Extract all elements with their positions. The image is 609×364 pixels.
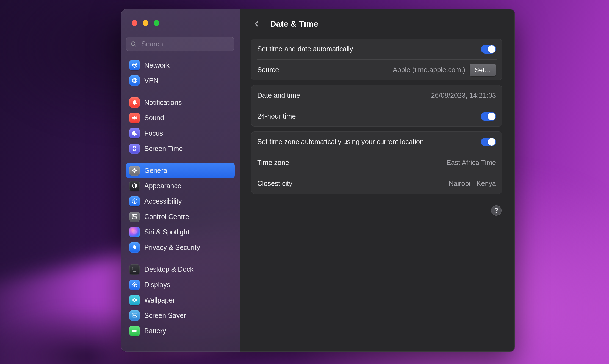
sidebar-item-label: Notifications <box>144 99 182 107</box>
timezone-row: Time zone East Africa Time <box>251 152 502 173</box>
sidebar-item-accessibility[interactable]: Accessibility <box>126 194 235 209</box>
network-icon <box>129 60 140 70</box>
sidebar-item-label: VPN <box>144 77 158 85</box>
settings-sidebar: Network VPN Notifications Sound <box>121 9 240 352</box>
sidebar-item-sound[interactable]: Sound <box>126 110 235 125</box>
closest-city-row: Closest city Nairobi - Kenya <box>251 173 502 194</box>
sidebar-item-appearance[interactable]: Appearance <box>126 178 235 194</box>
zoom-button[interactable] <box>154 20 159 26</box>
sidebar-item-label: Displays <box>144 281 170 289</box>
sidebar-item-label: Network <box>144 61 170 69</box>
auto-timezone-toggle[interactable] <box>481 138 496 146</box>
toggle-knob <box>488 138 495 146</box>
appearance-icon <box>129 181 140 191</box>
sidebar-item-desktop-dock[interactable]: Desktop & Dock <box>126 262 235 277</box>
sidebar-item-general[interactable]: General <box>126 163 235 178</box>
sidebar-item-label: Battery <box>144 327 166 335</box>
set-source-button[interactable]: Set… <box>470 64 496 76</box>
sidebar-item-label: Accessibility <box>144 197 182 205</box>
hour24-toggle[interactable] <box>481 112 496 121</box>
hour24-label: 24-hour time <box>257 112 296 120</box>
search-field[interactable] <box>126 37 234 51</box>
sidebar-item-label: Control Centre <box>144 213 189 221</box>
accessibility-icon <box>129 196 140 206</box>
sidebar-item-label: Desktop & Dock <box>144 265 193 273</box>
screen-saver-icon <box>129 310 140 321</box>
control-centre-icon <box>129 212 140 222</box>
sidebar-item-label: General <box>144 167 169 175</box>
sidebar-item-focus[interactable]: Focus <box>126 125 235 141</box>
close-button[interactable] <box>132 20 137 26</box>
closest-city-label: Closest city <box>257 180 292 187</box>
sidebar-item-label: Screen Time <box>144 145 183 153</box>
sidebar-item-network[interactable]: Network <box>126 57 235 73</box>
datetime-row: Date and time 26/08/2023, 14:21:03 <box>251 85 502 106</box>
datetime-value: 26/08/2023, 14:21:03 <box>431 91 496 99</box>
sidebar-item-privacy-security[interactable]: Privacy & Security <box>126 240 235 255</box>
auto-datetime-toggle[interactable] <box>481 45 496 54</box>
sidebar-item-wallpaper[interactable]: Wallpaper <box>126 292 235 308</box>
help-button[interactable]: ? <box>491 205 502 216</box>
sidebar-nav: Network VPN Notifications Sound <box>121 51 240 338</box>
system-settings-window: Network VPN Notifications Sound <box>121 9 515 352</box>
desktop-dock-icon <box>129 264 140 275</box>
sidebar-item-label: Sound <box>144 114 164 122</box>
sidebar-group-system: General Appearance Accessibility Control… <box>126 163 235 255</box>
source-label: Source <box>257 66 279 74</box>
pane-header: Date & Time <box>240 9 515 30</box>
timezone-label: Time zone <box>257 159 289 167</box>
auto-timezone-label: Set time zone automatically using your c… <box>257 138 424 146</box>
sidebar-item-notifications[interactable]: Notifications <box>126 95 235 110</box>
sidebar-item-label: Focus <box>144 129 163 137</box>
wallpaper-flower-icon <box>129 295 140 305</box>
sidebar-item-battery[interactable]: Battery <box>126 323 235 338</box>
sidebar-item-label: Appearance <box>144 182 181 190</box>
source-row: Source Apple (time.apple.com.) Set… <box>251 60 502 80</box>
sidebar-item-label: Privacy & Security <box>144 243 200 251</box>
sidebar-item-displays[interactable]: Displays <box>126 277 235 292</box>
gear-icon <box>129 166 140 176</box>
settings-cards: Set time and date automatically Source A… <box>240 30 515 194</box>
auto-timezone-row: Set time zone automatically using your c… <box>251 131 502 152</box>
toggle-knob <box>488 113 495 120</box>
sound-speaker-icon <box>129 113 140 123</box>
siri-orb-icon <box>129 227 140 237</box>
battery-icon <box>129 326 140 336</box>
screen-time-hourglass-icon <box>129 144 140 154</box>
window-controls <box>121 9 240 26</box>
auto-datetime-card: Set time and date automatically Source A… <box>251 39 502 80</box>
sidebar-item-siri-spotlight[interactable]: Siri & Spotlight <box>126 224 235 240</box>
minimize-button[interactable] <box>143 20 148 26</box>
search-icon <box>130 40 137 48</box>
notifications-bell-icon <box>129 97 140 108</box>
page-title: Date & Time <box>270 19 318 29</box>
datetime-label: Date and time <box>257 91 300 99</box>
date-time-pane: Date & Time Set time and date automatica… <box>240 9 515 352</box>
auto-datetime-row: Set time and date automatically <box>251 39 502 59</box>
privacy-hand-icon <box>129 242 140 253</box>
auto-datetime-label: Set time and date automatically <box>257 45 353 53</box>
datetime-card: Date and time 26/08/2023, 14:21:03 24-ho… <box>251 85 502 127</box>
sidebar-group-connectivity: Network VPN <box>126 57 235 88</box>
search-input[interactable] <box>141 40 230 48</box>
source-value: Apple (time.apple.com.) <box>393 66 465 74</box>
sidebar-item-label: Wallpaper <box>144 296 175 304</box>
displays-sun-icon <box>129 280 140 290</box>
closest-city-value: Nairobi - Kenya <box>449 180 496 187</box>
help-row: ? <box>240 194 515 216</box>
hour24-row: 24-hour time <box>251 106 502 127</box>
timezone-value: East Africa Time <box>446 159 496 167</box>
sidebar-group-attention: Notifications Sound Focus Screen Time <box>126 95 235 156</box>
sidebar-item-screen-time[interactable]: Screen Time <box>126 141 235 156</box>
back-button[interactable] <box>251 18 263 30</box>
chevron-left-icon <box>253 20 261 28</box>
sidebar-group-display: Desktop & Dock Displays Wallpaper Screen… <box>126 262 235 338</box>
focus-moon-icon <box>129 128 140 138</box>
sidebar-item-label: Siri & Spotlight <box>144 228 189 236</box>
sidebar-item-control-centre[interactable]: Control Centre <box>126 209 235 224</box>
vpn-icon <box>129 75 140 86</box>
sidebar-item-screen-saver[interactable]: Screen Saver <box>126 308 235 323</box>
sidebar-item-vpn[interactable]: VPN <box>126 73 235 88</box>
timezone-card: Set time zone automatically using your c… <box>251 131 502 194</box>
toggle-knob <box>488 45 495 53</box>
